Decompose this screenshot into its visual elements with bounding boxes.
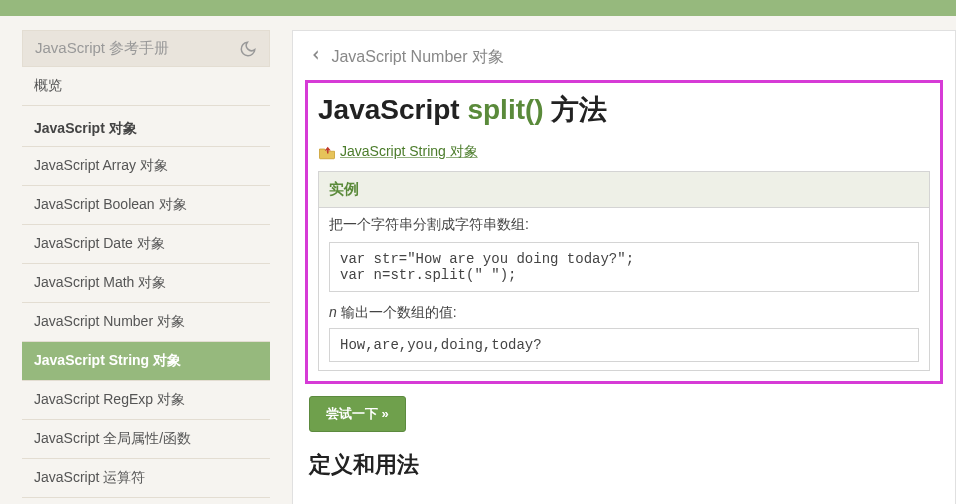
example-desc: 把一个字符串分割成字符串数组:	[319, 208, 929, 242]
sidebar: JavaScript 参考手册 概览 JavaScript 对象 JavaScr…	[22, 30, 270, 504]
sidebar-title-text: JavaScript 参考手册	[35, 39, 169, 58]
sidebar-item-array[interactable]: JavaScript Array 对象	[22, 147, 270, 186]
sidebar-item-label: JavaScript 运算符	[34, 469, 145, 485]
page-title: JavaScript split() 方法	[318, 91, 934, 129]
output-var: n	[329, 304, 337, 320]
sidebar-item-overview[interactable]: 概览	[22, 67, 270, 106]
content-wrap: JavaScript 参考手册 概览 JavaScript 对象 JavaScr…	[0, 16, 956, 504]
sidebar-item-label: JavaScript Date 对象	[34, 235, 165, 251]
sidebar-item-label: JavaScript Number 对象	[34, 313, 185, 329]
sidebar-item-date[interactable]: JavaScript Date 对象	[22, 225, 270, 264]
sidebar-item-math[interactable]: JavaScript Math 对象	[22, 264, 270, 303]
sidebar-heading-label: JavaScript 对象	[34, 120, 137, 136]
sidebar-item-number[interactable]: JavaScript Number 对象	[22, 303, 270, 342]
example-code: var str="How are you doing today?"; var …	[329, 242, 919, 292]
main-panel: JavaScript Number 对象 JavaScript split() …	[292, 30, 956, 504]
example-output-label: n 输出一个数组的值:	[319, 300, 929, 328]
title-part-b: 方法	[544, 94, 608, 125]
sidebar-item-string[interactable]: JavaScript String 对象	[22, 342, 270, 381]
sidebar-item-label: JavaScript Math 对象	[34, 274, 166, 290]
sidebar-item-label: 概览	[34, 77, 62, 93]
breadcrumb[interactable]: JavaScript Number 对象	[293, 31, 955, 72]
example-box: 实例 把一个字符串分割成字符串数组: var str="How are you …	[318, 171, 930, 371]
sidebar-item-boolean[interactable]: JavaScript Boolean 对象	[22, 186, 270, 225]
sidebar-item-regexp[interactable]: JavaScript RegExp 对象	[22, 381, 270, 420]
sidebar-title-row: JavaScript 参考手册	[22, 30, 270, 67]
example-output: How,are,you,doing,today?	[329, 328, 919, 362]
section-heading-cut: 定义和用法	[309, 450, 955, 480]
sidebar-item-operators[interactable]: JavaScript 运算符	[22, 459, 270, 498]
parent-link[interactable]: JavaScript String 对象	[340, 143, 478, 161]
parent-link-row[interactable]: JavaScript String 对象	[318, 143, 934, 161]
sidebar-item-label: JavaScript String 对象	[34, 352, 181, 368]
top-bar	[0, 0, 956, 16]
sidebar-item-label: JavaScript Array 对象	[34, 157, 168, 173]
title-part-a: JavaScript	[318, 94, 467, 125]
arrow-left-icon	[309, 48, 323, 66]
folder-up-icon	[318, 144, 336, 160]
sidebar-item-label: JavaScript 全局属性/函数	[34, 430, 191, 446]
breadcrumb-label: JavaScript Number 对象	[331, 48, 504, 65]
sidebar-item-label: JavaScript RegExp 对象	[34, 391, 185, 407]
highlight-box: JavaScript split() 方法 JavaScript String …	[305, 80, 943, 384]
theme-toggle-icon[interactable]	[239, 40, 257, 58]
try-it-button[interactable]: 尝试一下 »	[309, 396, 406, 432]
example-header: 实例	[319, 172, 929, 208]
sidebar-item-global[interactable]: JavaScript 全局属性/函数	[22, 420, 270, 459]
sidebar-heading: JavaScript 对象	[22, 106, 270, 147]
sidebar-item-label: JavaScript Boolean 对象	[34, 196, 187, 212]
title-green: split()	[467, 94, 543, 125]
sidebar-item-error[interactable]: JavaScript Error	[22, 498, 270, 504]
output-rest: 输出一个数组的值:	[337, 304, 457, 320]
